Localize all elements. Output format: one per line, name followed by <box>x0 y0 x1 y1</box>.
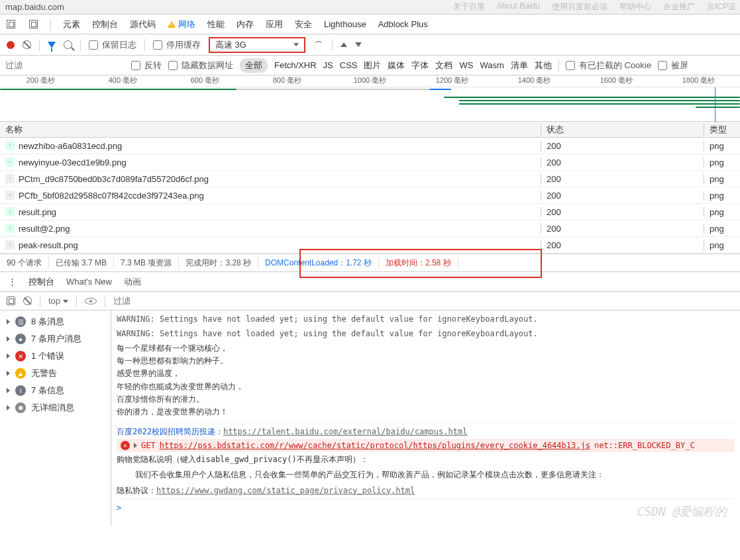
filter-css[interactable]: CSS <box>340 60 358 70</box>
filter-xhr[interactable]: Fetch/XHR <box>274 60 317 70</box>
device-toggle-icon[interactable] <box>28 19 38 30</box>
table-row[interactable]: ▫newzhibo-a6a0831ecd.png200png <box>0 138 740 154</box>
live-expression-icon[interactable] <box>85 298 97 304</box>
console-filter-input[interactable] <box>113 296 233 306</box>
filter-toggle-icon[interactable] <box>48 42 56 48</box>
search-icon[interactable] <box>64 40 72 49</box>
table-row[interactable]: ▫newyinyue-03ecd1e9b9.png200png <box>0 154 740 171</box>
list-icon: ☰ <box>15 316 26 327</box>
table-row[interactable]: ▫PCtm_d9c8750bed0b3c7d089fa7d55720d6cf.p… <box>0 171 740 187</box>
tab-sources[interactable]: 源代码 <box>130 19 156 30</box>
tab-memory[interactable]: 内存 <box>237 19 254 30</box>
sidebar-item[interactable]: ✱无详细消息 <box>0 399 111 416</box>
clear-button[interactable] <box>23 40 31 49</box>
filter-doc[interactable]: 文档 <box>435 60 452 71</box>
tab-elements[interactable]: 元素 <box>63 19 80 30</box>
separator <box>50 19 51 30</box>
col-header-type[interactable]: 类型 <box>704 124 740 136</box>
request-table[interactable]: ▫newzhibo-a6a0831ecd.png200png▫newyinyue… <box>0 138 740 254</box>
request-name: peak-result.png <box>19 240 78 250</box>
table-row[interactable]: ▫PCfb_5bf082d29588c07f842ccde3f97243ea.p… <box>0 187 740 204</box>
file-type-icon: ▫ <box>5 174 15 183</box>
filter-ws[interactable]: WS <box>459 60 473 70</box>
hide-data-urls-checkbox[interactable]: 隐藏数据网址 <box>168 60 233 71</box>
filter-media[interactable]: 媒体 <box>388 60 405 71</box>
drawer-tab-animations[interactable]: 动画 <box>124 276 141 288</box>
tab-performance[interactable]: 性能 <box>207 19 225 30</box>
filter-manifest[interactable]: 清单 <box>511 60 528 71</box>
col-header-name[interactable]: 名称 <box>0 124 541 136</box>
request-status: 200 <box>541 174 704 184</box>
filter-input[interactable] <box>5 60 125 70</box>
sidebar-label: 无详细消息 <box>31 402 74 414</box>
request-status: 200 <box>541 158 704 167</box>
console-prompt[interactable]: > <box>117 498 735 516</box>
blocked-cookies-checkbox[interactable]: 有已拦截的 Cookie <box>566 60 651 71</box>
request-status: 200 <box>541 224 704 234</box>
chevron-down-icon <box>293 43 299 46</box>
table-row[interactable]: ▫peak-result.png200png <box>0 237 740 254</box>
request-type: png <box>704 224 740 234</box>
console-log: 我们不会收集用户个人隐私信息，只会收集一些简单的产品交互行为，帮助改善产品，例如… <box>117 467 735 483</box>
sidebar-item[interactable]: ▲无警告 <box>0 365 111 382</box>
error-url[interactable]: https://pss.bdstatic.com/r/www/cache/sta… <box>160 441 590 450</box>
request-type: png <box>704 174 740 184</box>
drawer-tab-console[interactable]: 控制台 <box>28 276 54 288</box>
filter-font[interactable]: 字体 <box>411 60 429 71</box>
sidebar-item[interactable]: i7 条信息 <box>0 382 111 399</box>
tab-application[interactable]: 应用 <box>266 19 283 30</box>
inspect-icon[interactable] <box>5 19 16 30</box>
tab-lighthouse[interactable]: Lighthouse <box>324 19 366 29</box>
disable-cache-checkbox[interactable]: 停用缓存 <box>153 39 201 51</box>
sidebar-item[interactable]: ✕1 个错误 <box>0 348 111 365</box>
console-warning: WARNING: Settings have not loaded yet; u… <box>117 326 735 341</box>
timeline[interactable]: 200 毫秒 400 毫秒 600 毫秒 800 毫秒 1000 毫秒 1200… <box>0 75 740 122</box>
separator <box>40 295 40 307</box>
context-selector[interactable]: top <box>48 296 68 306</box>
request-type: png <box>704 158 740 167</box>
tab-console[interactable]: 控制台 <box>92 19 118 30</box>
request-status: 200 <box>541 191 704 201</box>
record-button[interactable] <box>7 41 15 49</box>
download-har-icon[interactable] <box>355 42 362 47</box>
file-type-icon: ▫ <box>5 158 15 167</box>
sidebar-item[interactable]: ●7 条用户消息 <box>0 330 111 348</box>
filter-all[interactable]: 全部 <box>240 58 268 73</box>
upload-har-icon[interactable] <box>341 42 347 47</box>
request-type: png <box>704 141 740 151</box>
console-error: ✕ GET https://pss.bdstatic.com/r/www/cac… <box>117 439 735 452</box>
request-status: 200 <box>541 141 704 151</box>
invert-checkbox[interactable]: 反转 <box>131 60 162 71</box>
recruit-link[interactable]: https://talent.baidu.com/external/baidu/… <box>223 427 467 436</box>
preserve-log-checkbox[interactable]: 保留日志 <box>89 39 136 51</box>
filter-js[interactable]: JS <box>323 60 333 70</box>
tab-security[interactable]: 安全 <box>295 19 312 30</box>
timeline-labels: 200 毫秒 400 毫秒 600 毫秒 800 毫秒 1000 毫秒 1200… <box>0 75 740 87</box>
separator <box>80 39 81 51</box>
separator <box>558 60 559 71</box>
console-body: ☰8 条消息●7 条用户消息✕1 个错误▲无警告i7 条信息✱无详细消息 WAR… <box>0 310 740 526</box>
file-type-icon: ▫ <box>5 224 15 233</box>
drawer-tab-whatsnew[interactable]: What's New <box>66 277 112 287</box>
expand-icon[interactable] <box>134 443 137 448</box>
throttling-dropdown[interactable]: 高速 3G <box>209 37 305 53</box>
url-text: map.baidu.com <box>5 2 64 12</box>
filter-wasm[interactable]: Wasm <box>480 60 503 70</box>
privacy-link[interactable]: https://www.gwdang.com/static_page/priva… <box>156 486 415 495</box>
blocked-requests-checkbox[interactable]: 被屏 <box>658 60 688 71</box>
table-row[interactable]: ▫result.png200png <box>0 204 740 220</box>
tab-adblock[interactable]: Adblock Plus <box>378 19 428 29</box>
sidebar-item[interactable]: ☰8 条消息 <box>0 313 111 330</box>
clear-console-icon[interactable] <box>23 297 32 305</box>
col-header-status[interactable]: 状态 <box>541 124 704 136</box>
expand-icon <box>7 353 10 359</box>
tab-network[interactable]: 网络 <box>168 19 195 30</box>
sidebar-toggle-icon[interactable] <box>7 297 15 305</box>
filter-other[interactable]: 其他 <box>535 60 552 71</box>
filter-img[interactable]: 图片 <box>364 60 381 71</box>
drawer-menu-icon[interactable]: ⋮ <box>8 277 17 287</box>
request-name: PCtm_d9c8750bed0b3c7d089fa7d55720d6cf.pn… <box>19 174 209 184</box>
table-row[interactable]: ▫result@2.png200png <box>0 220 740 237</box>
separator <box>332 39 333 51</box>
network-conditions-icon[interactable] <box>313 41 324 49</box>
